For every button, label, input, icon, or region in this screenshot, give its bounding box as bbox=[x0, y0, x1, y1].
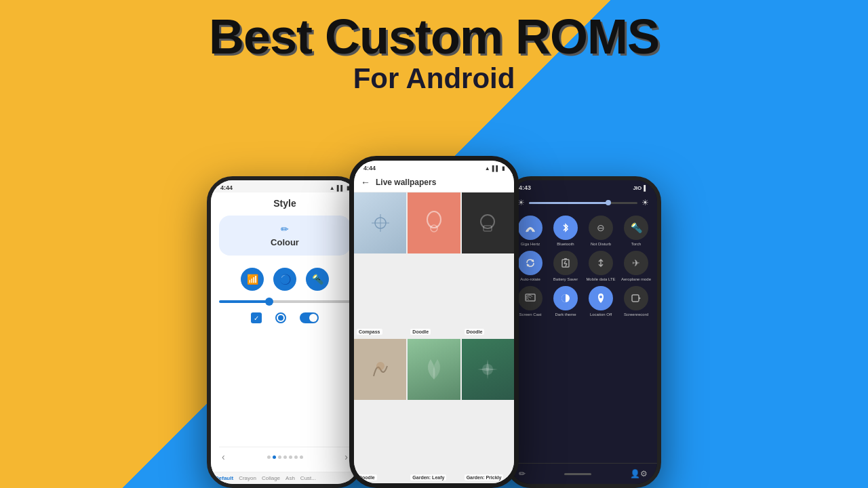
phone1-screen-title: Style bbox=[273, 198, 296, 209]
doodle3-label: Doodle bbox=[357, 474, 377, 481]
doodle1-label: Doodle bbox=[410, 329, 431, 335]
phone1-nav: ‹ › bbox=[219, 447, 351, 466]
phone1-content: Style ✏ Colour 📶 🔵 🔦 ✓ bbox=[211, 192, 359, 472]
doodle2-preview bbox=[462, 192, 514, 253]
pencil-icon: ✏ bbox=[281, 224, 289, 235]
torch-icon: 🔦 bbox=[624, 216, 648, 240]
phone2-statusbar: 4:44 ▲ ▌▌ ▮ bbox=[354, 161, 514, 173]
svg-rect-12 bbox=[564, 258, 567, 260]
phone2-header: ← Live wallpapers bbox=[354, 173, 514, 192]
qs-not-disturb[interactable]: ⊖ Not Disturb bbox=[585, 216, 616, 247]
radio-control[interactable] bbox=[275, 312, 286, 323]
qs-aeroplane[interactable]: ✈ Aeroplane mode bbox=[620, 251, 652, 282]
tab-default[interactable]: Default bbox=[215, 475, 233, 481]
aeroplane-icon: ✈ bbox=[624, 251, 648, 275]
dot-6 bbox=[294, 455, 298, 459]
mobile-data-icon bbox=[589, 251, 613, 275]
tab-crayon[interactable]: Crayon bbox=[239, 475, 256, 481]
wifi-icon: ▲ bbox=[330, 185, 335, 191]
radio-inner bbox=[278, 315, 283, 321]
phone-style: 4:44 ▲ ▌▌ ▮ Style ✏ Colour 📶 🔵 🔦 bbox=[207, 176, 363, 488]
phones-container: 4:44 ▲ ▌▌ ▮ Style ✏ Colour 📶 🔵 🔦 bbox=[0, 156, 868, 488]
qs-screenrecord[interactable]: Screenrecord bbox=[620, 286, 652, 317]
battery-icon2: ▮ bbox=[502, 165, 505, 171]
wallpaper-garden-prickly[interactable]: Garden: Prickly bbox=[462, 339, 514, 484]
home-indicator bbox=[564, 473, 591, 475]
edit-icon[interactable]: ✏ bbox=[519, 469, 526, 479]
screen-cast-label: Screen Cast bbox=[519, 312, 541, 317]
svg-marker-20 bbox=[639, 297, 641, 300]
qs-location[interactable]: Location Off bbox=[585, 286, 616, 317]
doodle1-svg bbox=[420, 209, 448, 237]
signal-icon: ▌▌ bbox=[337, 185, 344, 191]
screenrecord-icon bbox=[624, 286, 648, 310]
location-icon bbox=[589, 286, 613, 310]
wallpaper-doodle3[interactable]: Doodle bbox=[354, 339, 406, 484]
dark-theme-label: Dark theme bbox=[555, 312, 576, 317]
dot-5 bbox=[289, 455, 292, 459]
phone3-status-icons: JIO ▌ bbox=[633, 185, 648, 191]
tab-ash[interactable]: Ash bbox=[285, 475, 295, 481]
wifi-qs-icon: 📶 bbox=[241, 268, 264, 291]
phone1-slider[interactable] bbox=[219, 300, 351, 303]
qs-torch[interactable]: 🔦 Torch bbox=[620, 216, 652, 247]
wifi-icon2: ▲ bbox=[485, 165, 490, 171]
giga-hertz-label: Giga Hertz bbox=[521, 242, 540, 247]
phone1-controls: ✓ bbox=[251, 312, 319, 323]
wallpaper-garden-leafy[interactable]: Garden: Leafy bbox=[408, 339, 460, 484]
giga-hertz-icon bbox=[518, 216, 542, 240]
tab-collage[interactable]: Collage bbox=[262, 475, 280, 481]
doodle1-preview bbox=[408, 192, 460, 253]
phone1-screen: 4:44 ▲ ▌▌ ▮ Style ✏ Colour 📶 🔵 🔦 bbox=[211, 180, 359, 484]
bluetooth-qs-icon: 🔵 bbox=[273, 268, 296, 291]
battery-saver-icon bbox=[553, 251, 578, 275]
qs-auto-rotate[interactable]: Auto-rotate bbox=[515, 251, 546, 282]
tab-cust[interactable]: Cust... bbox=[300, 475, 316, 481]
wallpaper-compass[interactable]: Compass bbox=[354, 192, 406, 338]
brightness-thumb bbox=[606, 200, 611, 205]
checkbox-control[interactable]: ✓ bbox=[251, 312, 262, 323]
dot-7 bbox=[300, 455, 303, 459]
dot-1 bbox=[267, 455, 271, 459]
jio-carrier: JIO bbox=[633, 185, 642, 191]
prev-arrow-icon[interactable]: ‹ bbox=[222, 451, 225, 462]
toggle-knob bbox=[309, 314, 317, 322]
qs-screen-cast[interactable]: Screen Cast bbox=[515, 286, 546, 317]
account-icon[interactable]: 👤 bbox=[630, 469, 640, 479]
compass-label: Compass bbox=[357, 329, 382, 335]
wallpaper-doodle1[interactable]: Doodle bbox=[408, 192, 460, 338]
brightness-high-icon: ☀ bbox=[642, 198, 649, 207]
back-button[interactable]: ← bbox=[361, 177, 370, 188]
qs-mobile-data[interactable]: Mobile data LTE bbox=[585, 251, 616, 282]
wallpaper-doodle2[interactable]: Doodle bbox=[462, 192, 514, 338]
brightness-fill bbox=[529, 202, 610, 204]
torch-label: Torch bbox=[631, 242, 642, 247]
phone3-screen: 4:43 JIO ▌ ☀ ☀ bbox=[509, 180, 657, 484]
qs-giga-hertz[interactable]: Giga Hertz bbox=[515, 216, 546, 247]
auto-rotate-label: Auto-rotate bbox=[520, 277, 540, 282]
qs-dark-theme[interactable]: Dark theme bbox=[550, 286, 581, 317]
garden-leafy-label: Garden: Leafy bbox=[410, 474, 446, 481]
next-arrow-icon[interactable]: › bbox=[344, 451, 348, 462]
phone1-time: 4:44 bbox=[220, 184, 233, 191]
phone1-statusbar: 4:44 ▲ ▌▌ ▮ bbox=[211, 180, 359, 192]
sub-title: For Android bbox=[0, 62, 868, 95]
settings-icon[interactable]: ⚙ bbox=[640, 469, 648, 479]
signal-icon3: ▌ bbox=[644, 185, 648, 191]
phone2-time: 4:44 bbox=[363, 165, 376, 171]
not-disturb-icon: ⊖ bbox=[589, 216, 613, 240]
phone-quick-settings: 4:43 JIO ▌ ☀ ☀ bbox=[505, 176, 661, 488]
dot-3 bbox=[278, 455, 281, 459]
location-label: Location Off bbox=[590, 312, 612, 317]
phone2-screen: 4:44 ▲ ▌▌ ▮ ← Live wallpapers bbox=[354, 161, 514, 483]
qs-bluetooth[interactable]: Bluetooth bbox=[550, 216, 581, 247]
toggle-control[interactable] bbox=[300, 312, 319, 323]
phone1-icons-row: 📶 🔵 🔦 bbox=[241, 268, 329, 291]
mobile-data-label: Mobile data LTE bbox=[586, 277, 615, 282]
screenrecord-label: Screenrecord bbox=[624, 312, 648, 317]
garden1-preview bbox=[408, 339, 460, 400]
brightness-bar[interactable] bbox=[529, 202, 637, 204]
doodle2-svg bbox=[474, 209, 501, 237]
qs-battery-saver[interactable]: Battery Saver bbox=[550, 251, 581, 282]
auto-rotate-icon bbox=[518, 251, 542, 275]
